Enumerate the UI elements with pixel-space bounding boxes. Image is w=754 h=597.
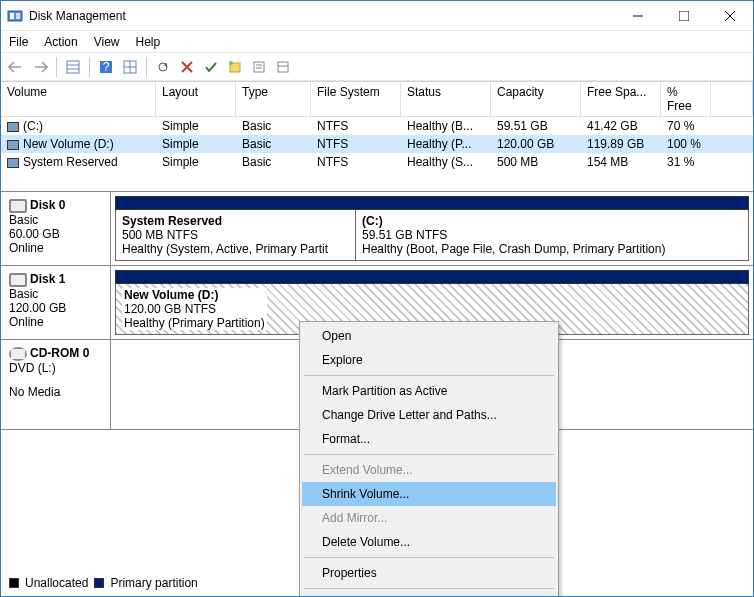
partition-bar (115, 196, 749, 210)
svg-rect-20 (254, 62, 264, 72)
menu-file[interactable]: File (9, 35, 28, 49)
refresh-icon[interactable] (152, 56, 174, 78)
partition-bar (115, 270, 749, 284)
view-grid-icon[interactable] (119, 56, 141, 78)
col-layout[interactable]: Layout (156, 82, 236, 117)
col-capacity[interactable]: Capacity (491, 82, 581, 117)
menubar: File Action View Help (1, 31, 753, 53)
partition[interactable]: (C:) 59.51 GB NTFS Healthy (Boot, Page F… (356, 210, 748, 260)
cdrom-icon (9, 347, 27, 361)
menu-help[interactable]: Help (136, 35, 161, 49)
disk-label[interactable]: Disk 0 Basic 60.00 GB Online (1, 192, 111, 265)
volume-icon (7, 122, 19, 132)
col-spacer (711, 82, 753, 117)
svg-point-19 (229, 61, 233, 65)
ctx-help[interactable]: Help (302, 592, 556, 597)
properties-icon[interactable] (248, 56, 270, 78)
settings-icon[interactable] (272, 56, 294, 78)
col-type[interactable]: Type (236, 82, 311, 117)
col-pct[interactable]: % Free (661, 82, 711, 117)
col-free[interactable]: Free Spa... (581, 82, 661, 117)
partition[interactable]: System Reserved 500 MB NTFS Healthy (Sys… (116, 210, 356, 260)
ctx-shrink-volume[interactable]: Shrink Volume... (302, 482, 556, 506)
ctx-format[interactable]: Format... (302, 427, 556, 451)
menu-action[interactable]: Action (44, 35, 77, 49)
help-icon[interactable]: ? (95, 56, 117, 78)
close-button[interactable] (707, 1, 753, 31)
table-row-selected[interactable]: New Volume (D:) Simple Basic NTFS Health… (1, 135, 753, 153)
volume-icon (7, 140, 19, 150)
disk-strip: System Reserved 500 MB NTFS Healthy (Sys… (111, 192, 753, 265)
volume-icon (7, 158, 19, 168)
legend: Unallocated Primary partition (9, 576, 198, 590)
svg-text:?: ? (103, 60, 110, 74)
titlebar: Disk Management (1, 1, 753, 31)
forward-button[interactable] (29, 56, 51, 78)
disk-icon (9, 199, 27, 213)
ctx-properties[interactable]: Properties (302, 561, 556, 585)
minimize-button[interactable] (615, 1, 661, 31)
volume-table: Volume Layout Type File System Status Ca… (1, 81, 753, 171)
ctx-delete-volume[interactable]: Delete Volume... (302, 530, 556, 554)
svg-rect-7 (67, 61, 79, 73)
new-icon[interactable] (224, 56, 246, 78)
ctx-change-drive-letter[interactable]: Change Drive Letter and Paths... (302, 403, 556, 427)
ctx-explore[interactable]: Explore (302, 348, 556, 372)
disk-row: Disk 0 Basic 60.00 GB Online System Rese… (1, 192, 753, 266)
context-menu: Open Explore Mark Partition as Active Ch… (299, 321, 559, 597)
toolbar: ? (1, 53, 753, 81)
app-icon (7, 8, 23, 24)
disk-label[interactable]: CD-ROM 0 DVD (L:) No Media (1, 340, 111, 429)
table-row[interactable]: (C:) Simple Basic NTFS Healthy (B... 59.… (1, 117, 753, 135)
legend-swatch-unallocated (9, 578, 19, 588)
svg-rect-2 (16, 13, 20, 19)
disk-icon (9, 273, 27, 287)
ctx-extend-volume: Extend Volume... (302, 458, 556, 482)
menu-view[interactable]: View (94, 35, 120, 49)
ctx-add-mirror: Add Mirror... (302, 506, 556, 530)
legend-swatch-primary (94, 578, 104, 588)
col-status[interactable]: Status (401, 82, 491, 117)
disk-label[interactable]: Disk 1 Basic 120.00 GB Online (1, 266, 111, 339)
maximize-button[interactable] (661, 1, 707, 31)
table-header: Volume Layout Type File System Status Ca… (1, 82, 753, 117)
svg-rect-23 (278, 62, 288, 72)
back-button[interactable] (5, 56, 27, 78)
col-fs[interactable]: File System (311, 82, 401, 117)
ctx-mark-active[interactable]: Mark Partition as Active (302, 379, 556, 403)
col-volume[interactable]: Volume (1, 82, 156, 117)
table-row[interactable]: System Reserved Simple Basic NTFS Health… (1, 153, 753, 171)
svg-rect-1 (10, 13, 14, 19)
ctx-open[interactable]: Open (302, 324, 556, 348)
delete-icon[interactable] (176, 56, 198, 78)
check-icon[interactable] (200, 56, 222, 78)
svg-rect-4 (679, 11, 689, 21)
view-list-icon[interactable] (62, 56, 84, 78)
window-title: Disk Management (29, 9, 615, 23)
